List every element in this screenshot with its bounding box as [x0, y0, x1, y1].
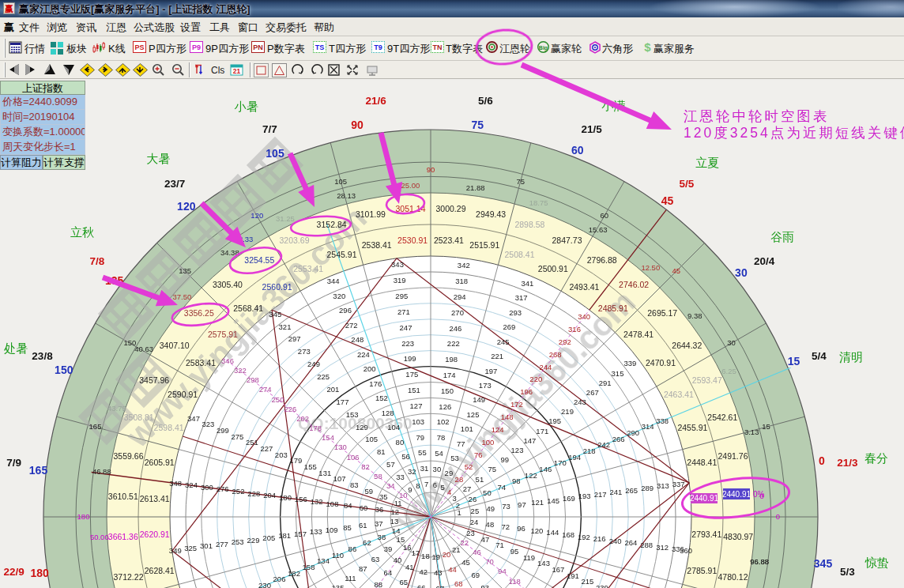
svg-text:201: 201	[326, 385, 339, 394]
svg-text:53: 53	[450, 454, 459, 462]
svg-text:177: 177	[337, 398, 349, 406]
svg-text:175: 175	[405, 370, 418, 379]
svg-text:87: 87	[359, 564, 367, 573]
svg-text:204: 204	[263, 491, 276, 499]
svg-text:200: 200	[363, 364, 376, 373]
svg-text:144: 144	[546, 528, 559, 537]
svg-text:小暑: 小暑	[234, 100, 258, 113]
svg-text:289: 289	[641, 484, 654, 492]
svg-text:124: 124	[492, 425, 504, 434]
svg-text:45: 45	[672, 266, 681, 275]
svg-text:21/5: 21/5	[581, 123, 602, 135]
svg-text:165: 165	[29, 464, 48, 477]
svg-text:47: 47	[481, 535, 490, 544]
svg-text:110: 110	[332, 551, 344, 560]
svg-text:21/3: 21/3	[837, 457, 858, 469]
svg-text:178: 178	[309, 424, 322, 432]
svg-text:147: 147	[523, 436, 536, 445]
svg-text:清明: 清明	[839, 350, 863, 364]
svg-text:127: 127	[410, 401, 423, 410]
svg-text:150: 150	[123, 338, 136, 347]
svg-text:265: 265	[625, 486, 638, 495]
svg-text:83: 83	[350, 481, 359, 489]
svg-text:31: 31	[420, 464, 429, 473]
svg-text:18.75: 18.75	[529, 198, 548, 207]
svg-text:9.38: 9.38	[687, 311, 702, 320]
svg-text:2470.91: 2470.91	[646, 358, 676, 368]
svg-text:88: 88	[374, 580, 382, 588]
svg-text:22/9: 22/9	[3, 566, 24, 578]
svg-text:217: 217	[594, 490, 607, 499]
svg-text:73: 73	[502, 502, 510, 511]
svg-text:340: 340	[578, 312, 590, 321]
svg-text:298: 298	[247, 375, 259, 384]
svg-text:173: 173	[479, 381, 492, 390]
svg-text:180: 180	[279, 493, 292, 502]
svg-text:2530.91: 2530.91	[397, 236, 428, 245]
svg-text:270: 270	[451, 308, 464, 317]
svg-text:15.63: 15.63	[589, 225, 608, 234]
svg-text:346: 346	[221, 356, 234, 365]
svg-text:172: 172	[510, 400, 523, 409]
svg-text:131: 131	[318, 469, 331, 477]
svg-text:2598.41: 2598.41	[154, 423, 184, 432]
svg-text:323: 323	[202, 420, 214, 428]
svg-text:29: 29	[445, 469, 454, 477]
svg-text:8: 8	[416, 481, 420, 490]
svg-text:122: 122	[525, 471, 537, 480]
svg-text:182: 182	[288, 569, 300, 578]
svg-text:206: 206	[273, 575, 286, 583]
svg-text:103: 103	[412, 417, 424, 426]
svg-text:193: 193	[578, 492, 591, 500]
svg-text:120度3254点为近期短线关键位: 120度3254点为近期短线关键位	[684, 125, 904, 141]
svg-text:3457.96: 3457.96	[139, 375, 169, 385]
svg-text:154: 154	[322, 433, 334, 442]
svg-text:360: 360	[680, 546, 692, 555]
svg-text:40.63: 40.63	[134, 345, 153, 353]
svg-text:江恩轮中轮时空图表: 江恩轮中轮时空图表	[684, 108, 830, 124]
svg-text:315: 315	[612, 369, 624, 378]
svg-text:2785.91: 2785.91	[687, 566, 717, 575]
svg-text:230: 230	[258, 581, 271, 588]
svg-text:68: 68	[454, 579, 463, 588]
svg-text:130: 130	[334, 443, 347, 451]
svg-text:52: 52	[465, 462, 473, 471]
svg-text:320: 320	[333, 292, 345, 300]
svg-text:243: 243	[574, 398, 586, 406]
svg-text:2500.91: 2500.91	[538, 264, 568, 273]
svg-text:226: 226	[284, 405, 296, 413]
svg-text:31.25: 31.25	[276, 214, 295, 223]
svg-text:50.00: 50.00	[90, 533, 109, 541]
svg-text:58: 58	[374, 472, 382, 481]
svg-text:2949.43: 2949.43	[476, 209, 506, 219]
svg-text:312: 312	[656, 543, 669, 552]
svg-text:2796.88: 2796.88	[587, 255, 617, 265]
svg-text:96: 96	[517, 524, 525, 533]
svg-text:246: 246	[449, 324, 461, 333]
svg-text:240: 240	[609, 537, 622, 545]
svg-text:65: 65	[399, 578, 408, 586]
svg-text:2628.41: 2628.41	[145, 566, 175, 575]
svg-text:228: 228	[247, 489, 260, 498]
svg-text:谷雨: 谷雨	[770, 230, 794, 243]
svg-text:35: 35	[379, 492, 388, 501]
svg-text:105: 105	[334, 177, 347, 186]
svg-text:2493.41: 2493.41	[569, 282, 599, 292]
svg-text:5/3: 5/3	[840, 566, 855, 578]
svg-text:198: 198	[445, 355, 458, 364]
svg-text:152: 152	[375, 394, 388, 402]
svg-text:2613.41: 2613.41	[140, 494, 170, 503]
svg-text:145: 145	[547, 496, 559, 505]
svg-text:2898.58: 2898.58	[514, 220, 544, 229]
svg-text:149: 149	[473, 395, 485, 404]
svg-text:96.88: 96.88	[750, 557, 769, 566]
svg-text:128: 128	[382, 409, 394, 417]
svg-text:2491.76: 2491.76	[718, 451, 748, 461]
svg-text:75: 75	[471, 119, 484, 131]
svg-text:313: 313	[657, 481, 669, 490]
svg-text:85: 85	[343, 523, 352, 532]
svg-text:90: 90	[351, 119, 363, 131]
svg-text:18: 18	[421, 552, 430, 560]
svg-text:2746.02: 2746.02	[619, 280, 649, 289]
svg-text:56: 56	[401, 452, 410, 461]
